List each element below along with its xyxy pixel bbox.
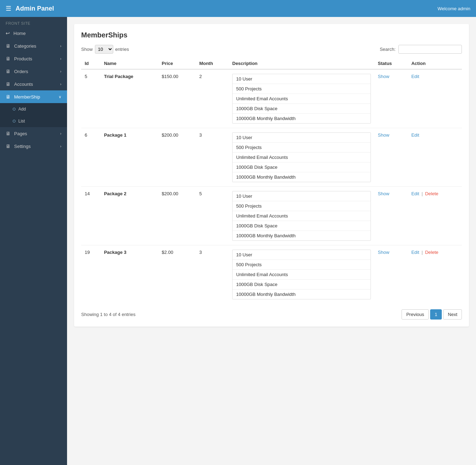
entries-label: entries: [115, 47, 129, 52]
cell-action: Edit | Delete: [408, 187, 462, 245]
sidebar-item-membership-add[interactable]: Add: [0, 103, 67, 115]
sidebar-item-label: Categories: [14, 43, 36, 49]
dot-icon: [13, 120, 16, 123]
sidebar-item-pages[interactable]: 🖥 Pages ›: [0, 127, 67, 140]
table-row: 19Package 3$2.00310 User500 ProjectsUnli…: [81, 245, 462, 304]
next-button[interactable]: Next: [443, 309, 462, 320]
entries-select[interactable]: 10 25 50 100: [95, 45, 113, 54]
cell-status[interactable]: Show: [374, 69, 408, 128]
submenu-label: Add: [18, 107, 26, 112]
delete-action-link[interactable]: Delete: [425, 191, 439, 196]
dot-icon: [13, 108, 16, 111]
chevron-right-icon: ›: [60, 56, 61, 61]
sidebar: Front Site ↩ Home 🖥 Categories › 🖥 Produ…: [0, 17, 67, 465]
sidebar-item-label: MemberShip: [14, 94, 40, 100]
description-item: 10000GB Monthly Bandwidth: [233, 114, 370, 123]
welcome-text: Welcome admin: [438, 6, 470, 11]
chevron-right-icon: ›: [60, 44, 61, 48]
cell-status[interactable]: Show: [374, 128, 408, 187]
monitor-icon: 🖥: [6, 43, 11, 49]
search-input[interactable]: [398, 45, 462, 54]
table-row: 14Package 2$200.00510 User500 ProjectsUn…: [81, 187, 462, 245]
sidebar-item-label: Home: [13, 31, 26, 36]
monitor-icon: 🖥: [6, 131, 11, 136]
sidebar-item-membership-list[interactable]: List: [0, 115, 67, 127]
cell-month: 3: [196, 245, 229, 304]
monitor-icon: 🖥: [6, 68, 11, 74]
description-item: 1000GB Disk Space: [233, 221, 370, 231]
separator: |: [420, 250, 424, 255]
description-item: 10 User: [233, 133, 370, 143]
cell-action: Edit: [408, 128, 462, 187]
edit-action-link[interactable]: Edit: [411, 74, 419, 79]
monitor-icon: 🖥: [6, 94, 11, 100]
description-item: 1000GB Disk Space: [233, 162, 370, 172]
description-item: 10000GB Monthly Bandwidth: [233, 172, 370, 182]
cell-description: 10 User500 ProjectsUnlimited Email Accou…: [229, 128, 374, 187]
description-item: 10 User: [233, 191, 370, 201]
cell-price: $200.00: [158, 187, 195, 245]
edit-action-link[interactable]: Edit: [411, 132, 419, 138]
cell-status[interactable]: Show: [374, 187, 408, 245]
col-header-name: Name: [101, 58, 158, 69]
monitor-icon: 🖥: [6, 81, 11, 87]
delete-action-link[interactable]: Delete: [425, 250, 439, 255]
col-header-month: Month: [196, 58, 229, 69]
sidebar-section-label: Front Site: [0, 17, 67, 27]
description-item: 1000GB Disk Space: [233, 280, 370, 290]
cell-id: 19: [81, 245, 101, 304]
status-link[interactable]: Show: [378, 132, 390, 138]
sidebar-item-accounts[interactable]: 🖥 Accounts ›: [0, 78, 67, 90]
pagination-bar: Showing 1 to 4 of 4 entries Previous 1 N…: [81, 309, 462, 320]
edit-action-link[interactable]: Edit: [411, 250, 419, 255]
app-title: Admin Panel: [16, 5, 54, 12]
cell-id: 5: [81, 69, 101, 128]
page-1-button[interactable]: 1: [430, 309, 442, 320]
memberships-table: Id Name Price Month Description Status A…: [81, 58, 462, 304]
description-item: 10000GB Monthly Bandwidth: [233, 290, 370, 299]
description-item: 500 Projects: [233, 84, 370, 94]
description-item: 10000GB Monthly Bandwidth: [233, 231, 370, 240]
cell-id: 6: [81, 128, 101, 187]
menu-icon[interactable]: ☰: [6, 5, 11, 12]
description-item: Unlimited Email Accounts: [233, 153, 370, 162]
description-item: Unlimited Email Accounts: [233, 211, 370, 221]
cell-description: 10 User500 ProjectsUnlimited Email Accou…: [229, 245, 374, 304]
table-row: 5Trial Package$150.00210 User500 Project…: [81, 69, 462, 128]
submenu-label: List: [18, 119, 25, 124]
edit-action-link[interactable]: Edit: [411, 191, 419, 196]
status-link[interactable]: Show: [378, 74, 390, 79]
cell-name: Trial Package: [101, 69, 158, 128]
sidebar-item-label: Accounts: [14, 82, 33, 87]
cell-description: 10 User500 ProjectsUnlimited Email Accou…: [229, 187, 374, 245]
description-item: 500 Projects: [233, 143, 370, 153]
cell-status[interactable]: Show: [374, 245, 408, 304]
col-header-action: Action: [408, 58, 462, 69]
previous-button[interactable]: Previous: [402, 309, 429, 320]
main-content: MemberShips Show 10 25 50 100 entries Se…: [67, 17, 476, 465]
showing-text: Showing 1 to 4 of 4 entries: [81, 312, 135, 317]
search-label: Search:: [380, 47, 396, 52]
col-header-price: Price: [158, 58, 195, 69]
monitor-icon: 🖥: [6, 56, 11, 61]
col-header-description: Description: [229, 58, 374, 69]
sidebar-item-home[interactable]: ↩ Home: [0, 27, 67, 40]
cell-action: Edit | Delete: [408, 245, 462, 304]
chevron-right-icon: ›: [60, 82, 61, 86]
sidebar-item-settings[interactable]: 🖥 Settings ›: [0, 140, 67, 153]
sidebar-item-membership[interactable]: 🖥 MemberShip ∨: [0, 90, 67, 103]
sidebar-item-categories[interactable]: 🖥 Categories ›: [0, 40, 67, 52]
status-link[interactable]: Show: [378, 191, 390, 196]
content-card: MemberShips Show 10 25 50 100 entries Se…: [74, 24, 469, 327]
search-box: Search:: [380, 45, 462, 54]
membership-submenu: Add List: [0, 103, 67, 127]
description-item: 500 Projects: [233, 260, 370, 270]
sidebar-item-products[interactable]: 🖥 Products ›: [0, 52, 67, 65]
description-item: Unlimited Email Accounts: [233, 94, 370, 104]
sidebar-item-orders[interactable]: 🖥 Orders ›: [0, 65, 67, 78]
pagination-buttons: Previous 1 Next: [402, 309, 462, 320]
cell-month: 2: [196, 69, 229, 128]
cell-id: 14: [81, 187, 101, 245]
status-link[interactable]: Show: [378, 250, 390, 255]
chevron-right-icon: ›: [60, 69, 61, 73]
